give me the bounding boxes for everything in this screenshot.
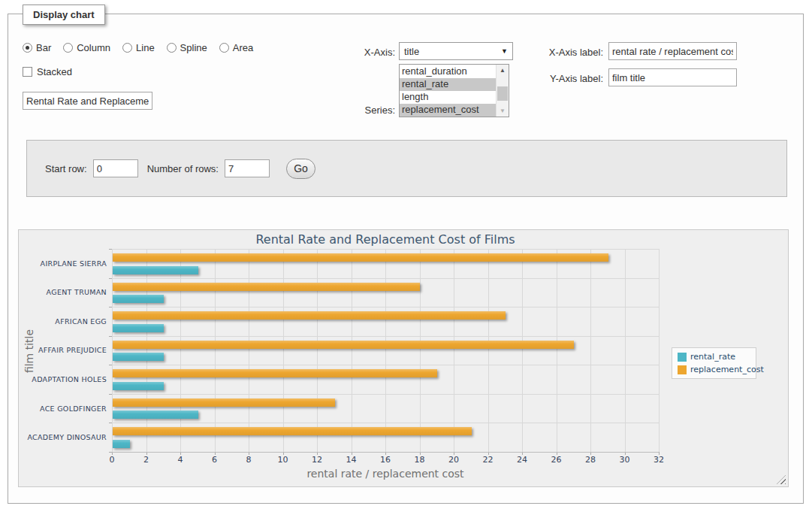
chart-type-radio-label: Spline [180,42,207,53]
bar-rental_rate-adaptation-holes [113,382,164,390]
scrollbar-thumb[interactable] [497,86,508,101]
bar-replacement_cost-airplane-sierra [113,253,608,262]
y-axis-tick [109,365,112,365]
chart-type-radio-line[interactable]: Line [122,42,155,53]
x-axis-select-label: X-Axis: [308,47,395,58]
chart-type-radio-spline[interactable]: Spline [167,42,207,53]
bar-rental_rate-airplane-sierra [113,266,198,274]
vertical-gridline [283,249,284,452]
y-axis-label-label: Y-Axis label: [524,73,603,84]
x-axis-tick-label: 8 [246,455,252,465]
vertical-gridline [625,249,626,452]
series-option-rental_rate[interactable]: rental_rate [400,78,496,91]
horizontal-gridline [112,365,659,365]
scroll-down-icon[interactable]: ▼ [497,105,509,117]
y-axis-tick [109,278,112,279]
stacked-option[interactable]: Stacked [23,66,72,77]
x-axis-label-input[interactable] [608,42,737,60]
y-axis-tick [109,423,112,423]
vertical-gridline [317,249,318,452]
bar-rental_rate-affair-prejudice [113,353,164,361]
bar-replacement_cost-affair-prejudice [113,341,574,349]
chart-type-radio-area[interactable]: Area [219,42,253,53]
series-option-replacement_cost[interactable]: replacement_cost [400,104,496,117]
legend-item-rental_rate[interactable]: rental_rate [678,352,750,362]
y-axis-tick [109,452,112,453]
vertical-gridline [112,249,113,452]
x-axis-tick-label: 6 [212,455,217,465]
y-axis-label-input[interactable] [608,68,737,86]
radio-icon[interactable] [219,43,229,53]
legend-item-replacement_cost[interactable]: replacement_cost [678,365,750,374]
bar-replacement_cost-adaptation-holes [113,369,437,377]
radio-icon[interactable] [167,43,177,53]
x-axis-tick-label: 32 [654,455,664,465]
y-axis-tick [109,336,112,337]
chart-legend: rental_ratereplacement_cost [672,347,756,379]
legend-swatch-icon [678,353,687,362]
chart-type-radio-column[interactable]: Column [63,42,110,53]
legend-swatch-icon [678,365,687,374]
y-axis-tick [109,307,112,308]
vertical-gridline [352,249,352,452]
x-axis-tick-label: 26 [551,455,562,465]
bar-replacement_cost-academy-dinosaur [113,427,472,435]
bar-rental_rate-academy-dinosaur [113,440,130,448]
x-axis-tick-label: 10 [278,455,288,465]
y-axis-tick [109,394,112,395]
category-label: AFFAIR PREJUDICE [19,336,107,365]
bar-rental_rate-ace-goldfinger [113,411,198,419]
start-row-input[interactable] [93,159,138,177]
horizontal-gridline [112,307,659,308]
chart-title-input[interactable] [23,92,152,110]
radio-icon[interactable] [23,43,32,53]
series-option-length[interactable]: length [400,91,496,104]
vertical-gridline [385,249,386,452]
plot-area [112,249,659,452]
category-label: ADAPTATION HOLES [19,365,107,394]
vertical-gridline [249,249,249,452]
bar-rental_rate-african-egg [113,324,164,332]
chart-type-radio-label: Area [233,42,253,53]
chart-container: Rental Rate and Replacement Cost of Film… [18,229,789,487]
chart-type-radio-label: Line [136,42,155,53]
series-options: rental_durationrental_ratelengthreplacem… [400,65,496,117]
chart-title: Rental Rate and Replacement Cost of Film… [112,232,659,247]
go-button[interactable]: Go [286,159,315,179]
horizontal-gridline [112,394,659,395]
x-axis-select[interactable]: title ▼ [399,42,513,60]
number-of-rows-input[interactable] [225,159,270,177]
vertical-gridline [180,249,181,452]
scroll-up-icon[interactable]: ▲ [497,65,509,76]
radio-icon[interactable] [122,43,132,53]
series-option-rental_duration[interactable]: rental_duration [400,65,496,78]
series-multiselect[interactable]: rental_durationrental_ratelengthreplacem… [399,64,509,117]
row-range-panel: Start row: Number of rows: Go [26,140,787,197]
series-select-label: Series: [331,105,395,116]
horizontal-gridline [112,278,659,279]
x-axis-label-label: X-Axis label: [524,47,603,58]
bar-rental_rate-agent-truman [113,295,164,303]
vertical-gridline [215,249,216,452]
number-of-rows-label: Number of rows: [147,163,219,174]
x-axis-tick-labels: 02468101214161820222426283032 [112,455,659,465]
chart-type-radio-label: Bar [36,42,51,53]
series-scrollbar[interactable]: ▲ ▼ [496,65,509,117]
vertical-gridline [454,249,454,452]
y-axis-tick [109,249,112,250]
x-axis-tick-label: 16 [380,455,391,465]
category-label: AFRICAN EGG [19,307,107,336]
x-axis-tick-label: 28 [585,455,596,465]
chart-type-radio-label: Column [77,42,110,53]
chevron-down-icon: ▼ [501,47,508,55]
y-axis-category-labels: AIRPLANE SIERRAAGENT TRUMANAFRICAN EGGAF… [19,249,107,452]
vertical-gridline [488,249,489,452]
stacked-checkbox[interactable] [23,67,32,77]
radio-icon[interactable] [63,43,73,53]
vertical-gridline [590,249,591,452]
chart-type-radio-bar[interactable]: Bar [23,42,51,53]
x-axis-tick-label: 30 [620,455,630,465]
horizontal-gridline [112,423,659,423]
category-label: AGENT TRUMAN [19,278,107,308]
resize-grip-icon[interactable] [777,475,786,484]
